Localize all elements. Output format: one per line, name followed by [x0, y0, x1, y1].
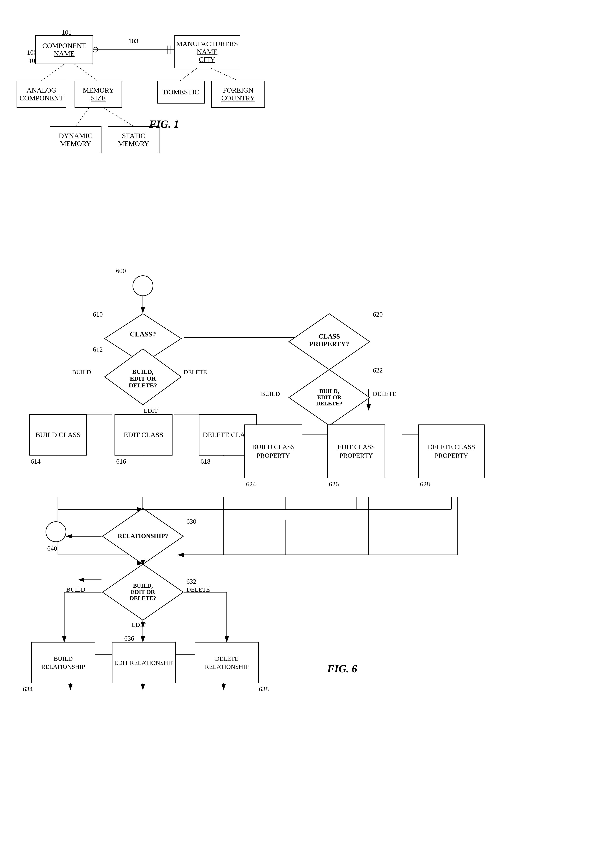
- svg-text:CLASS?: CLASS?: [130, 330, 156, 338]
- delete-label-612: DELETE: [183, 369, 207, 376]
- svg-text:EDIT OR: EDIT OR: [130, 375, 156, 382]
- label-620: 620: [373, 311, 383, 318]
- build-label-612: BUILD: [72, 369, 91, 376]
- diamond-632: BUILD, EDIT OR DELETE?: [102, 563, 184, 621]
- svg-line-10: [211, 68, 238, 81]
- svg-text:PROPERTY?: PROPERTY?: [310, 340, 349, 348]
- svg-text:DELETE?: DELETE?: [130, 595, 156, 601]
- manufacturers-box: MANUFACTURERSNAMECITY: [174, 35, 240, 68]
- diamond-622: BUILD, EDIT OR DELETE?: [288, 369, 371, 427]
- build-class-box: BUILD CLASS: [29, 414, 87, 456]
- diamond-class-property: CLASS PROPERTY?: [288, 313, 371, 371]
- edit-class-box: EDIT CLASS: [114, 414, 173, 456]
- svg-line-5: [41, 64, 64, 81]
- diamond-612: BUILD, EDIT OR DELETE?: [104, 348, 182, 406]
- build-label-622: BUILD: [261, 390, 280, 397]
- component-name-box: COMPONENTNAME: [35, 35, 93, 64]
- analog-component-box: ANALOG COMPONENT: [16, 81, 66, 108]
- label-612: 612: [93, 346, 103, 353]
- svg-line-6: [75, 64, 97, 81]
- label-628: 628: [420, 480, 430, 488]
- label-622: 622: [373, 366, 383, 374]
- delete-relationship-box: DELETE RELATIONSHIP: [195, 642, 259, 683]
- label-624: 624: [246, 480, 256, 488]
- fig1: 100 101 102 103 COMPONENTNAME MANUFACTUR…: [16, 16, 306, 224]
- label-636: 636: [124, 635, 134, 642]
- static-memory-box: STATIC MEMORY: [108, 126, 160, 153]
- build-relationship-box: BUILD RELATIONSHIP: [31, 642, 95, 683]
- fig1-label: FIG. 1: [149, 118, 179, 130]
- svg-text:DELETE?: DELETE?: [129, 382, 157, 389]
- svg-point-2: [93, 47, 98, 52]
- edit-label-612: EDIT: [144, 407, 158, 414]
- svg-text:BUILD,: BUILD,: [133, 582, 153, 589]
- domestic-box: DOMESTIC: [157, 81, 205, 103]
- svg-line-8: [104, 108, 133, 126]
- label-626: 626: [329, 480, 339, 488]
- build-label-632: BUILD: [66, 586, 85, 593]
- build-class-property-box: BUILD CLASS PROPERTY: [244, 424, 302, 478]
- svg-text:BUILD,: BUILD,: [319, 388, 339, 394]
- delete-label-622: DELETE: [373, 390, 396, 397]
- svg-text:DELETE?: DELETE?: [316, 400, 343, 407]
- svg-line-7: [75, 108, 89, 126]
- dynamic-memory-box: DYNAMIC MEMORY: [50, 126, 102, 153]
- svg-line-9: [180, 68, 197, 81]
- label-616: 616: [116, 458, 126, 465]
- svg-text:BUILD,: BUILD,: [132, 368, 154, 375]
- label-618: 618: [200, 458, 210, 465]
- label-632: 632: [186, 578, 196, 585]
- label-634: 634: [23, 685, 33, 693]
- diamond-relationship: RELATIONSHIP?: [102, 507, 184, 565]
- label-630: 630: [186, 518, 196, 525]
- label-600: 600: [116, 267, 126, 275]
- fig6-label: FIG. 6: [327, 663, 357, 675]
- label-610: 610: [93, 311, 103, 318]
- label-614: 614: [31, 458, 41, 465]
- svg-text:EDIT OR: EDIT OR: [317, 394, 342, 400]
- circle-640: [46, 521, 66, 542]
- delete-label-632: DELETE: [186, 586, 210, 593]
- label-640: 640: [47, 545, 57, 552]
- circle-600: [133, 275, 153, 296]
- foreign-country-box: FOREIGNCOUNTRY: [211, 81, 265, 108]
- label-638: 638: [259, 685, 269, 693]
- edit-class-property-box: EDIT CLASS PROPERTY: [327, 424, 385, 478]
- edit-label-632: EDIT: [132, 621, 146, 628]
- diagram-container: 100 101 102 103 COMPONENTNAME MANUFACTUR…: [0, 0, 590, 868]
- edit-relationship-box: EDIT RELATIONSHIP: [112, 642, 176, 683]
- svg-text:RELATIONSHIP?: RELATIONSHIP?: [118, 532, 168, 539]
- memory-size-box: MEMORYSIZE: [75, 81, 122, 108]
- svg-text:CLASS: CLASS: [318, 332, 340, 340]
- svg-text:EDIT OR: EDIT OR: [131, 589, 155, 595]
- delete-class-property-box: DELETE CLASS PROPERTY: [418, 424, 485, 478]
- label-103: 103: [129, 37, 138, 45]
